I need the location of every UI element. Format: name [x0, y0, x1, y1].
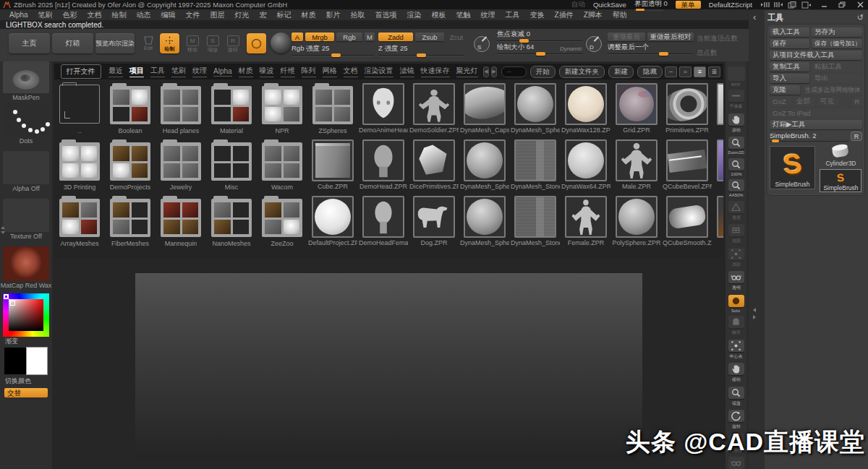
rgb-intensity-slider[interactable]: Rgb 强度 25 [292, 45, 374, 56]
lightbox-item[interactable]: Dog.ZPR [409, 194, 459, 250]
goz-r-button[interactable]: R [852, 97, 862, 106]
ui-next-layout-icon[interactable] [774, 1, 783, 8]
menu-item[interactable]: 首选项 [370, 10, 402, 20]
clone-button[interactable]: 克隆 [770, 85, 800, 95]
brush-thumbnail[interactable] [3, 61, 49, 93]
import-button[interactable]: 导入 [770, 74, 809, 83]
interface-opacity-slider[interactable]: 界面透明 0 [634, 0, 668, 10]
ui-copy-config-icon[interactable] [788, 1, 797, 9]
alpha-thumbnail[interactable] [3, 151, 49, 184]
shelf-button[interactable]: 滚动 [726, 113, 746, 134]
z-intensity-knob[interactable] [417, 53, 426, 57]
menu-item[interactable]: 笔触 [451, 10, 476, 20]
menu-item[interactable]: Z脚本 [579, 10, 608, 20]
lightbox-prev-button[interactable]: ◀ [483, 66, 489, 77]
lightbox-tab[interactable]: 阵列 [302, 66, 316, 77]
swap-color-button[interactable]: 交替 [4, 388, 48, 397]
shelf-button[interactable]: Solo [726, 295, 746, 313]
lightbox-item[interactable]: RS_ [712, 137, 723, 194]
draw-size-knob[interactable] [536, 52, 545, 56]
menu-item[interactable]: 渲染 [402, 10, 427, 20]
current-brush-button[interactable] [247, 33, 266, 53]
lightbox-tab[interactable]: 滤镜 [400, 66, 414, 77]
menu-item[interactable]: 色彩 [58, 10, 82, 20]
view-mode-button[interactable]: ≡ [694, 66, 706, 77]
lightbox-item[interactable]: QCu [712, 81, 723, 137]
edit-mode-button[interactable]: Edit [140, 33, 157, 53]
lightbox-item[interactable]: Head planes [156, 81, 206, 137]
lightbox-tab[interactable]: 纤维 [281, 66, 295, 77]
lightbox-item[interactable]: Primitives.ZPR [662, 81, 712, 137]
opacity-knob[interactable] [636, 9, 644, 11]
menu-item[interactable]: 纹理 [476, 10, 501, 20]
lightbox-tab[interactable]: Alpha [213, 67, 232, 77]
lightbox-search-input[interactable]: ·· [501, 66, 527, 77]
shelf-button[interactable]: 透明 [726, 271, 746, 291]
shelf-button[interactable]: 透视 [726, 201, 746, 221]
lightbox-item[interactable]: DynaWax64.ZPR [561, 137, 611, 194]
lightbox-tab[interactable]: 工具 [150, 66, 165, 77]
recent-tool-thumbnail[interactable]: S SimpleBrush [820, 169, 861, 192]
home-button[interactable]: 主页 [9, 33, 50, 53]
lightbox-item[interactable]: 3D Printing [54, 137, 105, 194]
rgb-intensity-knob[interactable] [331, 53, 341, 57]
lightbox-item[interactable]: DemoSoldier.ZPR [409, 81, 459, 137]
dock-divider[interactable]: ‹ [749, 10, 765, 469]
lightbox-tab[interactable]: 纹理 [192, 66, 207, 77]
lightbox-next-button[interactable]: ▶ [491, 66, 497, 77]
rgb-button[interactable]: Rgb [336, 33, 362, 41]
m-button[interactable]: M [365, 33, 375, 41]
goz-visible-button[interactable]: 可见 [817, 97, 839, 106]
lightbox-item[interactable]: NanoMeshes [206, 194, 257, 250]
ui-prev-layout-icon[interactable] [760, 1, 770, 8]
menu-item[interactable]: 工具 [501, 10, 525, 20]
lightbox-item[interactable]: Boolean [105, 81, 156, 137]
menu-item[interactable]: 材质 [297, 10, 321, 20]
menu-item[interactable]: 灯光 [230, 10, 255, 20]
redo-last-button[interactable]: 重做最后 [608, 33, 645, 41]
lightbox-tab[interactable]: 最近 [109, 66, 123, 77]
canvas-document[interactable] [135, 273, 642, 460]
shelf-button[interactable]: 局部 [726, 248, 746, 268]
lightbox-item[interactable]: DicePrimitives.ZF [409, 137, 459, 194]
lightbox-tab[interactable]: 文档 [344, 66, 358, 77]
lightbox-item[interactable]: NPR [257, 81, 307, 137]
save-numbered-button[interactable]: 保存（编号加1） [812, 39, 862, 48]
color-picker[interactable] [3, 293, 49, 337]
lightbox-item[interactable]: Jewelry [156, 137, 206, 194]
divider-handle[interactable] [753, 308, 756, 319]
lightbox-item[interactable]: Grid.ZPR [611, 81, 662, 137]
lightbox-item[interactable]: QCubeSmooth.ZF [662, 194, 712, 250]
focal-shift-slider[interactable]: 焦点衰减 0 [497, 30, 582, 42]
secondary-color-swatch[interactable] [4, 348, 26, 374]
paste-tool-button[interactable]: 粘贴工具 [812, 62, 862, 72]
view-mode-button[interactable]: ≣ [708, 66, 720, 77]
lightbox-tab[interactable]: 噪波 [260, 66, 274, 77]
lightbox-item[interactable]: DemoHeadFema [358, 194, 409, 250]
lightbox-item[interactable]: DemoAnimeHeac [358, 81, 409, 137]
menu-item[interactable]: 文档 [82, 10, 107, 20]
lightbox-to-tool-button[interactable]: 灯箱▶工具 [770, 120, 862, 129]
z-intensity-slider[interactable]: Z 强度 25 [378, 45, 464, 56]
zscript-selector[interactable]: DefaultZScript [709, 1, 752, 9]
menu-item[interactable]: 编辑 [156, 10, 181, 20]
menu-item[interactable]: 帮助 [608, 10, 632, 20]
shelf-button[interactable]: 缩放 [726, 387, 746, 407]
menu-item[interactable]: 动态 [132, 10, 156, 20]
lightbox-tab[interactable]: 材质 [239, 66, 253, 77]
shelf-button[interactable]: 子像素 [726, 90, 746, 110]
view-mode-button[interactable]: = [679, 66, 692, 77]
restore-button[interactable] [837, 1, 847, 9]
redo-last-relative-button[interactable]: 重做最后相对 [647, 33, 694, 41]
menu-item[interactable]: 文件 [181, 10, 205, 20]
left-tray-handle[interactable] [1, 226, 5, 234]
lightbox-item[interactable]: QCubeBevel.ZPR [662, 137, 712, 194]
menu-item[interactable]: 绘制 [107, 10, 132, 20]
lightbox-item[interactable]: DynaMesh_Stone [510, 137, 561, 194]
lightbox-item[interactable]: Male.ZPR [611, 137, 662, 194]
lightbox-item[interactable]: DynaMesh_Capsu [459, 81, 510, 137]
menu-item[interactable]: 影片 [321, 10, 346, 20]
lightbox-hide-button[interactable]: 隐藏 [637, 66, 663, 78]
texture-thumbnail[interactable] [3, 199, 49, 232]
lightbox-item[interactable]: DefaultProject.ZF [307, 194, 358, 250]
